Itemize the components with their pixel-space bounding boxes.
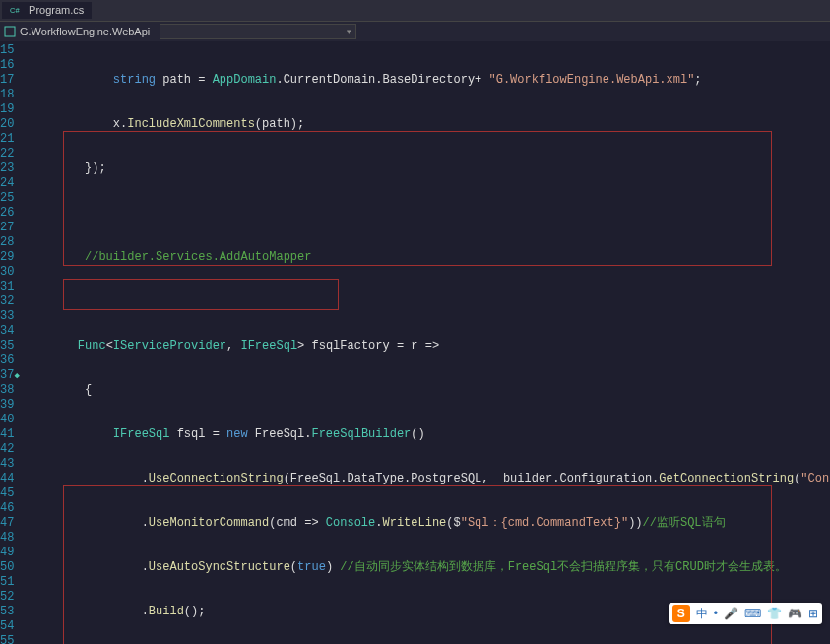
code-editor[interactable]: 1516171819202122232425262728293031323334… xyxy=(0,41,830,644)
line-number: 18 xyxy=(0,88,14,102)
line-number: 47 xyxy=(0,516,14,531)
svg-rect-2 xyxy=(5,27,15,36)
line-number: 54 xyxy=(0,619,14,634)
chevron-down-icon: ▾ xyxy=(347,27,351,36)
highlight-box xyxy=(63,131,772,266)
code-lens-icon: ◆ xyxy=(14,370,19,381)
line-number: 21 xyxy=(0,132,14,147)
sogou-logo-icon: S xyxy=(672,605,690,622)
line-number: 16 xyxy=(0,58,14,73)
line-number: 34 xyxy=(0,324,14,339)
line-number: 45 xyxy=(0,486,14,501)
line-number: 25 xyxy=(0,191,14,206)
line-number: 55 xyxy=(0,634,14,644)
line-number: 53 xyxy=(0,605,14,619)
line-number: 33 xyxy=(0,309,14,324)
line-number: 43 xyxy=(0,457,14,472)
tab-bar: C# Program.cs xyxy=(0,0,830,22)
line-number: 42 xyxy=(0,442,14,457)
line-number: 29 xyxy=(0,250,14,265)
breadcrumb-path[interactable]: G.WorkflowEngine.WebApi xyxy=(20,26,150,37)
line-number: 31 xyxy=(0,280,14,294)
line-number: 38 xyxy=(0,383,14,398)
line-number: 15 xyxy=(0,43,14,58)
line-number: 48 xyxy=(0,531,14,546)
line-number: 37 xyxy=(0,368,14,383)
ime-voice-icon[interactable]: 🎤 xyxy=(724,607,738,620)
file-tab[interactable]: C# Program.cs xyxy=(2,2,92,19)
svg-text:C#: C# xyxy=(10,6,20,15)
line-number: 39 xyxy=(0,398,14,413)
line-number: 52 xyxy=(0,590,14,605)
member-dropdown[interactable]: ▾ xyxy=(160,24,356,39)
line-number: 19 xyxy=(0,102,14,117)
line-number: 26 xyxy=(0,206,14,221)
tab-filename: Program.cs xyxy=(29,4,84,16)
line-number: 46 xyxy=(0,501,14,516)
line-number: 50 xyxy=(0,560,14,575)
breadcrumb-bar: G.WorkflowEngine.WebApi ▾ xyxy=(0,22,830,41)
ime-menu-icon[interactable]: ⊞ xyxy=(808,607,818,620)
ime-game-icon[interactable]: 🎮 xyxy=(788,607,802,620)
ime-punct-icon[interactable]: • xyxy=(714,607,718,620)
line-number: 22 xyxy=(0,147,14,161)
line-number: 35 xyxy=(0,339,14,354)
line-number: 17 xyxy=(0,73,14,88)
line-number: 28 xyxy=(0,235,14,250)
line-number: 36 xyxy=(0,354,14,368)
line-number: 51 xyxy=(0,575,14,590)
line-number: 41 xyxy=(0,427,14,442)
csharp-file-icon: C# xyxy=(10,4,29,16)
line-number: 44 xyxy=(0,472,14,486)
line-number: 30 xyxy=(0,265,14,280)
line-number: 20 xyxy=(0,117,14,132)
namespace-icon xyxy=(4,26,16,37)
ime-skin-icon[interactable]: 👕 xyxy=(767,607,782,620)
code-area[interactable]: string path = AppDomain.CurrentDomain.Ba… xyxy=(24,41,830,644)
line-number: 23 xyxy=(0,161,14,176)
line-number: 40 xyxy=(0,413,14,427)
line-number: 27 xyxy=(0,221,14,235)
ime-lang-icon[interactable]: 中 xyxy=(696,606,708,622)
ime-keyboard-icon[interactable]: ⌨ xyxy=(744,607,761,620)
line-number: 49 xyxy=(0,546,14,560)
line-number: 24 xyxy=(0,176,14,191)
ime-toolbar[interactable]: S 中 • 🎤 ⌨ 👕 🎮 ⊞ xyxy=(669,603,822,624)
line-number-gutter: 1516171819202122232425262728293031323334… xyxy=(0,41,24,644)
line-number: 32 xyxy=(0,294,14,309)
